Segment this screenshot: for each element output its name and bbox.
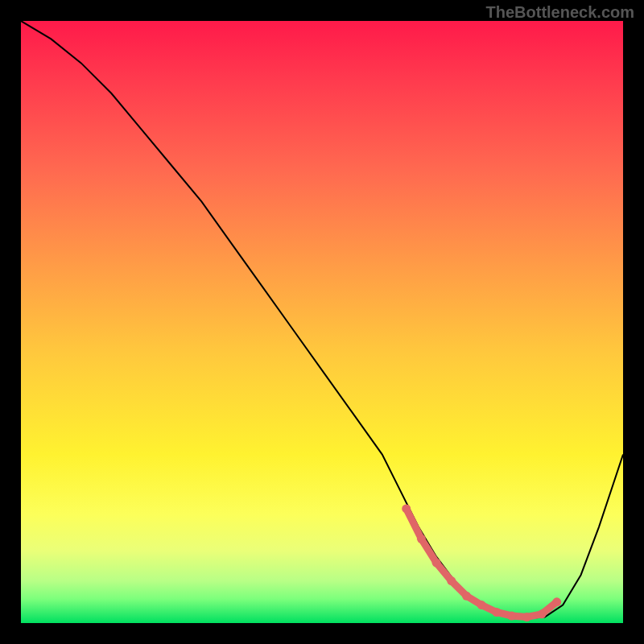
highlight-dot [492, 608, 501, 617]
highlight-dots-layer [402, 504, 561, 621]
highlight-dot [462, 592, 471, 601]
highlight-dot [538, 609, 547, 618]
highlight-dot [552, 597, 561, 606]
main-curve [21, 21, 623, 618]
highlight-dot [477, 601, 486, 609]
highlight-dot [522, 613, 531, 621]
plot-area [21, 21, 623, 623]
highlight-dot [402, 504, 411, 513]
watermark-text: TheBottleneck.com [486, 3, 634, 22]
highlight-dot [447, 576, 456, 585]
curve-layer [21, 21, 623, 618]
highlight-dot [417, 535, 426, 543]
chart-svg [21, 21, 623, 623]
highlight-dot [432, 559, 441, 568]
highlight-dot [507, 612, 516, 621]
